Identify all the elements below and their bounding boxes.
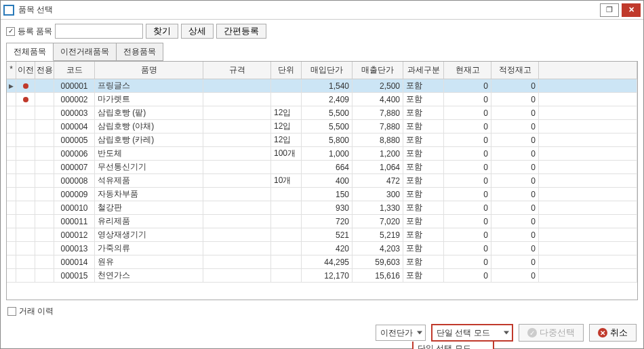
table-row[interactable]: ▶000001프링글스1,5402,500포함00	[7, 79, 637, 93]
grid-header: * 이전 전용 코드 품명 규격 단위 매입단가 매출단가 과세구분 현재고 적…	[7, 62, 637, 79]
row-indicator	[7, 255, 16, 269]
detail-button[interactable]: 상세	[181, 24, 214, 39]
table-row[interactable]: 000013가죽의류4204,203포함00	[7, 242, 637, 255]
cell-stock: 0	[444, 242, 491, 255]
cell-code: 000005	[54, 134, 95, 147]
cell-tax: 포함	[403, 106, 444, 120]
quick-register-button[interactable]: 간편등록	[216, 24, 266, 39]
cell-spec	[203, 106, 271, 120]
col-exclusive[interactable]: 전용	[35, 62, 54, 79]
cell-code: 000004	[54, 120, 95, 134]
cell-exclusive	[35, 161, 54, 174]
col-previous[interactable]: 이전	[16, 62, 35, 79]
col-buy-price[interactable]: 매입단가	[302, 62, 353, 79]
cell-sell-price: 300	[353, 188, 403, 201]
table-row[interactable]: 000012영상재생기기5215,219포함00	[7, 228, 637, 242]
tab-2[interactable]: 전용품목	[116, 43, 163, 61]
cell-proper-stock: 0	[491, 120, 539, 134]
col-name[interactable]: 품명	[95, 62, 203, 79]
cell-tax: 포함	[403, 269, 444, 283]
mode-option-0[interactable]: 단일 선택 모드	[414, 342, 493, 349]
cell-previous	[16, 215, 35, 228]
cell-exclusive	[35, 120, 54, 134]
maximize-button[interactable]: ❐	[600, 3, 619, 17]
cell-sell-price: 1,330	[353, 201, 403, 215]
cell-proper-stock: 0	[491, 161, 539, 174]
col-sell-price[interactable]: 매출단가	[353, 62, 403, 79]
item-select-dialog: 품목 선택 ❐ ✕ 등록 품목 찾기 상세 간편등록 전체품목이전거래품목전용품…	[0, 0, 644, 349]
table-row[interactable]: 000003삼립호빵 (팥)12입5,5007,880포함00	[7, 106, 637, 120]
toolbar: 등록 품목 찾기 상세 간편등록	[1, 20, 643, 43]
cell-name: 반도체	[95, 147, 203, 161]
close-button[interactable]: ✕	[622, 3, 641, 17]
footer-options: 거래 이력	[1, 303, 643, 320]
table-row[interactable]: 000002마가렛트2,4094,400포함00	[7, 93, 637, 106]
cell-unit	[271, 242, 302, 255]
cell-buy-price: 5,800	[302, 134, 353, 147]
multi-select-button[interactable]: ✓ 다중선택	[519, 324, 584, 342]
table-row[interactable]: 000009자동차부품150300포함00	[7, 188, 637, 201]
table-row[interactable]: 000008석유제품10개400472포함00	[7, 174, 637, 188]
col-spec[interactable]: 규격	[203, 62, 271, 79]
cell-unit: 12입	[271, 120, 302, 134]
cell-spec	[203, 120, 271, 134]
table-row[interactable]: 000004삼립호빵 (야채)12입5,5007,880포함00	[7, 120, 637, 134]
col-marker[interactable]: *	[7, 62, 16, 79]
table-row[interactable]: 000011유리제품7207,020포함00	[7, 215, 637, 228]
row-indicator	[7, 269, 16, 283]
registered-items-checkbox[interactable]	[6, 27, 15, 36]
prev-price-select-label: 이전단가	[380, 327, 413, 339]
col-unit[interactable]: 단위	[271, 62, 302, 79]
col-tax[interactable]: 과세구분	[403, 62, 444, 79]
registered-items-label: 등록 품목	[18, 26, 52, 37]
tab-1[interactable]: 이전거래품목	[53, 43, 117, 61]
selection-mode-select[interactable]: 단일 선택 모드	[431, 324, 513, 342]
col-code[interactable]: 코드	[54, 62, 95, 79]
cell-name: 영상재생기기	[95, 228, 203, 242]
row-indicator	[7, 161, 16, 174]
cancel-label: 취소	[610, 327, 628, 339]
col-stock[interactable]: 현재고	[444, 62, 491, 79]
cell-stock: 0	[444, 255, 491, 269]
cell-spec	[203, 174, 271, 188]
cell-tax: 포함	[403, 161, 444, 174]
cancel-button[interactable]: ✕ 취소	[589, 324, 637, 342]
cell-sell-price: 59,603	[353, 255, 403, 269]
cell-spacer	[539, 188, 637, 201]
cell-exclusive	[35, 269, 54, 283]
row-indicator	[7, 242, 16, 255]
search-input[interactable]	[55, 24, 143, 39]
cell-name: 원유	[95, 255, 203, 269]
table-row[interactable]: 000014원유44,29559,603포함00	[7, 255, 637, 269]
cell-unit	[271, 201, 302, 215]
multi-select-label: 다중선택	[540, 327, 575, 339]
cell-stock: 0	[444, 228, 491, 242]
cell-unit: 100개	[271, 147, 302, 161]
table-row[interactable]: 000005삼립호빵 (카레)12입5,8008,880포함00	[7, 134, 637, 147]
table-row[interactable]: 000015천연가스12,17015,616포함00	[7, 269, 637, 283]
cell-spacer	[539, 215, 637, 228]
cell-sell-price: 472	[353, 174, 403, 188]
cell-unit	[271, 215, 302, 228]
cell-spacer	[539, 147, 637, 161]
table-row[interactable]: 000010철강판9301,330포함00	[7, 201, 637, 215]
prev-price-select[interactable]: 이전단가	[376, 325, 426, 341]
grid-body[interactable]: ▶000001프링글스1,5402,500포함00000002마가렛트2,409…	[7, 79, 637, 300]
cell-spec	[203, 255, 271, 269]
table-row[interactable]: 000006반도체100개1,0001,200포함00	[7, 147, 637, 161]
cell-stock: 0	[444, 79, 491, 93]
tab-0[interactable]: 전체품목	[6, 43, 54, 61]
cell-exclusive	[35, 106, 54, 120]
cell-stock: 0	[444, 120, 491, 134]
table-row[interactable]: 000007무선통신기기6641,064포함00	[7, 161, 637, 174]
cell-unit	[271, 269, 302, 283]
col-proper-stock[interactable]: 적정재고	[491, 62, 539, 79]
search-button[interactable]: 찾기	[146, 24, 178, 39]
transaction-history-checkbox[interactable]	[7, 307, 16, 316]
cell-spacer	[539, 79, 637, 93]
cell-unit	[271, 93, 302, 106]
tab-bar: 전체품목이전거래품목전용품목	[1, 43, 643, 61]
cell-spacer	[539, 93, 637, 106]
cell-exclusive	[35, 79, 54, 93]
cell-buy-price: 5,500	[302, 106, 353, 120]
